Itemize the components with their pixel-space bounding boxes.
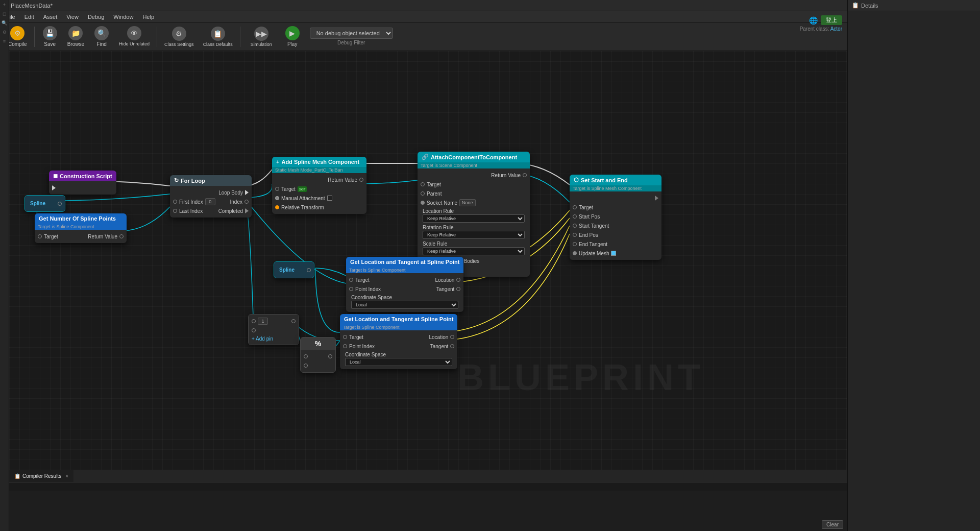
attach-target-label: Target <box>427 182 441 187</box>
save-button[interactable]: 💾 Save <box>38 24 62 50</box>
play-button[interactable]: ▶ Play <box>280 24 305 50</box>
set-update-mesh-pin <box>573 251 577 255</box>
add-pin-out <box>291 319 296 323</box>
node-set-start-end[interactable]: ⬡ Set Start and End Target is Spline Mes… <box>570 175 662 260</box>
set-start-tangent-row: Start Tangent <box>570 221 662 230</box>
menu-edit[interactable]: Edit <box>20 13 38 21</box>
node-header-modulo: % <box>301 337 335 350</box>
node-modulo[interactable]: % <box>300 337 336 373</box>
node-spline[interactable]: Spline <box>24 195 65 212</box>
scale-rule-dropdown[interactable]: Keep Relative <box>423 247 525 255</box>
menu-asset[interactable]: Asset <box>39 13 62 21</box>
node-body-spline: Spline <box>25 196 65 211</box>
pin-row-first-index: First Index 0 Index <box>170 197 252 206</box>
add-pin-in-left: 1 <box>252 318 268 325</box>
class-defaults-button[interactable]: 📋 Class Defaults <box>199 24 237 50</box>
menu-window[interactable]: Window <box>109 13 137 21</box>
node-get-location-2[interactable]: Get Location and Tangent at Spline Point… <box>340 314 457 369</box>
menu-debug[interactable]: Debug <box>84 13 108 21</box>
node-add-spline-mesh[interactable]: + Add Spline Mesh Component Static Mesh … <box>272 157 366 214</box>
parent-class-value: Actor <box>830 26 842 32</box>
sidebar-icon-1[interactable]: + <box>1 2 9 10</box>
node-body-add-spline: Return Value Target self Manual Attachme… <box>272 173 366 214</box>
set-start-pos-label: Start Pos <box>579 214 600 220</box>
menu-help[interactable]: Help <box>138 13 158 21</box>
simulation-button[interactable]: ▶▶ Simulation <box>243 24 279 50</box>
sidebar-icon-4[interactable]: ⚙ <box>1 30 9 38</box>
sidebar-icon-5[interactable]: ≡ <box>1 39 9 47</box>
blueprint-watermark: BLUEPRINT <box>457 356 704 398</box>
blueprint-canvas[interactable]: ◼ Construction Script Spline <box>9 51 847 470</box>
target-label: Target <box>44 234 58 239</box>
manual-attach-checkbox[interactable] <box>327 196 332 201</box>
set-end-tangent-row: End Tangent <box>570 239 662 249</box>
construction-script-icon: ◼ <box>53 173 58 179</box>
get-loc-2-coord-group: Coordinate Space Local <box>343 352 454 366</box>
add-pin-a-value[interactable]: 1 <box>258 318 268 325</box>
sidebar-icon-3[interactable]: 🔍 <box>1 20 9 29</box>
separator-1 <box>34 27 35 47</box>
first-index-value[interactable]: 0 <box>205 198 215 205</box>
add-pin-out-right <box>291 319 296 323</box>
attach-pin-socket: Socket Name None <box>418 198 530 207</box>
node-add-pin[interactable]: 1 + Add pin <box>248 314 299 345</box>
node-get-number-spline[interactable]: Get Number Of Spline Points Target is Sp… <box>35 213 127 243</box>
return-label: Return Value <box>88 234 117 239</box>
set-start-tangent-label: Start Tangent <box>579 223 609 229</box>
node-body-get-loc-1: Target Location Point Index Tangent <box>346 273 463 312</box>
node-body-for-loop: Loop Body First Index 0 Index <box>170 186 252 218</box>
get-loc-1-target-pin <box>349 278 353 282</box>
compiler-results-tab[interactable]: 📋 Compiler Results × <box>9 470 74 482</box>
class-settings-button[interactable]: ⚙ Class Settings <box>160 24 198 50</box>
pin-completed-out: Completed <box>218 208 249 214</box>
pin-left-target: Target <box>38 234 58 239</box>
compiler-tab-close[interactable]: × <box>65 473 68 479</box>
get-loc-1-index-pin <box>349 287 353 291</box>
clear-button[interactable]: Clear <box>822 520 843 529</box>
menu-view[interactable]: View <box>62 13 83 21</box>
find-button[interactable]: 🔍 Find <box>89 24 114 50</box>
rotation-rule-dropdown[interactable]: Keep Relative <box>423 231 525 239</box>
get-loc-1-tangent-label: Tangent <box>436 286 455 292</box>
target-in-pin <box>38 234 42 238</box>
get-loc-2-index-row: Point Index Tangent <box>340 342 457 351</box>
upload-button[interactable]: 登上 <box>821 15 842 25</box>
add-pin-button[interactable]: + Add pin <box>249 335 299 343</box>
compile-icon: ⚙ <box>10 26 24 40</box>
simulation-label: Simulation <box>251 42 272 47</box>
debug-filter-dropdown[interactable]: No debug object selected <box>310 28 393 39</box>
hide-button[interactable]: 👁 Hide Unrelated <box>115 24 154 50</box>
return-value-label: Return Value <box>328 177 357 183</box>
modulo-out-right <box>328 354 332 358</box>
node-construction-script[interactable]: ◼ Construction Script <box>49 171 116 195</box>
pin-row-exec-flow: Return Value <box>272 175 366 184</box>
set-update-mesh-label: Update Mesh <box>579 251 609 256</box>
set-start-end-sublabel: Target is Spline Mesh Component <box>570 185 662 191</box>
get-loc-2-coord-dropdown[interactable]: Local <box>345 358 452 366</box>
location-rule-dropdown[interactable]: Keep Relative <box>423 214 525 223</box>
window-title: PlaceMeshData* <box>11 3 53 9</box>
get-loc-1-coord-dropdown[interactable]: Local <box>351 301 458 309</box>
node-spline-ref[interactable]: Spline <box>274 261 314 278</box>
pin-right-return: Return Value <box>88 234 124 239</box>
connection-icon: 🌐 <box>809 16 818 25</box>
completed-pin <box>245 208 249 213</box>
pin-first-index: First Index 0 <box>173 198 215 205</box>
node-header-get-loc-1: Get Location and Tangent at Spline Point <box>346 257 463 267</box>
pin-manual-attach: Manual Attachment <box>275 196 332 201</box>
browse-button[interactable]: 📁 Browse <box>63 24 88 50</box>
node-body-spline-ref: Spline <box>274 262 314 278</box>
loop-body-pin <box>245 190 249 195</box>
sidebar-icon-2[interactable]: ◻ <box>1 11 9 19</box>
pin-exec-flow-out: Return Value <box>328 177 363 183</box>
location-rule-group: Location Rule Keep Relative <box>421 208 527 223</box>
update-mesh-checkbox[interactable] <box>611 251 616 256</box>
attach-return-pin <box>523 173 527 177</box>
node-get-location-1[interactable]: Get Location and Tangent at Spline Point… <box>346 257 463 312</box>
set-target-label: Target <box>579 205 593 210</box>
main-canvas[interactable]: ◼ Construction Script Spline <box>9 51 847 470</box>
bottom-panel: 📋 Compiler Results × Clear <box>9 470 847 531</box>
rotation-rule-group: Rotation Rule Keep Relative <box>421 225 527 239</box>
node-for-loop[interactable]: ↻ For Loop Loop Body First Index <box>170 175 252 218</box>
loop-body-label: Loop Body <box>218 190 243 196</box>
